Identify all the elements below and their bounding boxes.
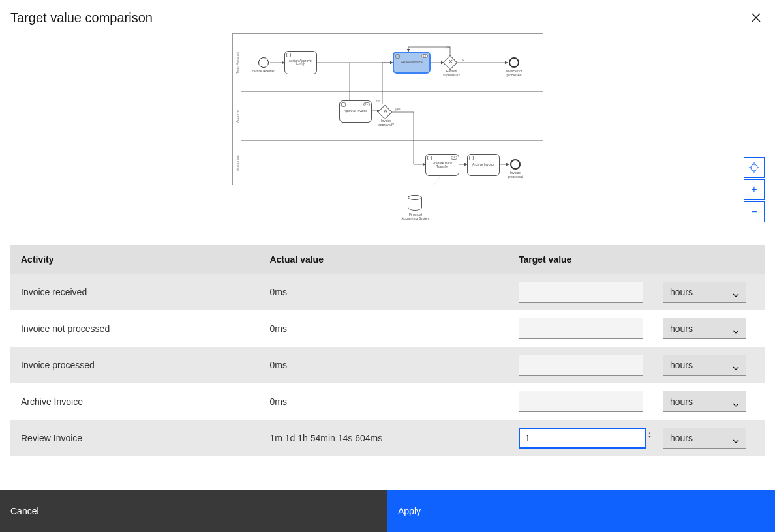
cell-actual-value: 0ms [259, 310, 508, 347]
zoom-out-button[interactable]: − [744, 201, 765, 222]
modal-header: Target value comparison [0, 0, 775, 32]
target-value-input[interactable] [519, 428, 646, 449]
gateway-invoice-approved[interactable] [378, 105, 393, 120]
edge-label-no: no [376, 99, 380, 103]
user-task-icon [427, 156, 432, 160]
target-value-input[interactable] [519, 282, 643, 303]
table-header-row: Activity Actual value Target value [10, 245, 765, 274]
apply-button[interactable]: Apply [388, 490, 775, 532]
cell-actual-value: 0ms [259, 274, 508, 310]
target-value-input[interactable] [519, 318, 643, 339]
cell-actual-value: 1m 1d 1h 54min 14s 604ms [259, 420, 508, 456]
number-stepper[interactable]: ▲▼ [648, 431, 652, 439]
lane-accountant: Accountant [232, 140, 241, 185]
task-duration-badge: 1h [363, 102, 370, 106]
start-event-label: Invoice received [251, 70, 277, 74]
start-event[interactable] [258, 57, 269, 68]
lane-approver: Approver [232, 91, 241, 140]
cell-activity: Invoice not processed [10, 310, 259, 347]
unit-select[interactable]: hours [663, 391, 746, 412]
datastore-label: Financial Accounting System [401, 213, 430, 220]
chevron-down-icon [733, 362, 739, 368]
unit-select-value: hours [670, 360, 693, 370]
end-event-processed[interactable] [510, 159, 521, 170]
col-header-actual: Actual value [259, 245, 508, 274]
table-row: Review Invoice1m 1d 1h 54min 14s 604ms▲▼… [10, 420, 765, 456]
cell-actual-value: 0ms [259, 347, 508, 383]
col-header-target: Target value [508, 245, 765, 274]
task-assign-approver[interactable]: Assign Approver Group [284, 51, 317, 74]
database-icon [408, 195, 422, 211]
edge-label-no: no [461, 57, 464, 61]
unit-select-value: hours [670, 433, 693, 443]
cell-activity: Invoice processed [10, 347, 259, 383]
close-icon [752, 13, 761, 22]
task-review-invoice[interactable]: 1h Review Invoice [393, 52, 431, 74]
gateway-approved-label: Invoice approved? [373, 119, 399, 126]
zoom-in-button[interactable]: + [744, 179, 765, 200]
task-duration-badge: 1h [421, 54, 428, 58]
cell-target-value: ▲▼hours [508, 420, 765, 456]
unit-select[interactable]: hours [663, 355, 746, 376]
table-row: Invoice received0mshours [10, 274, 765, 310]
unit-select[interactable]: hours [663, 428, 746, 449]
target-value-input[interactable] [519, 391, 643, 412]
gateway-review-successful[interactable] [443, 55, 458, 70]
target-value-table[interactable]: Activity Actual value Target value Invoi… [10, 245, 765, 456]
chevron-down-icon [733, 435, 739, 441]
zoom-controls: + − [744, 156, 765, 222]
cell-activity: Review Invoice [10, 420, 259, 456]
svg-point-0 [751, 164, 757, 171]
diagram-canvas[interactable]: Team Assistant Approver Accountant [232, 33, 543, 185]
cancel-button[interactable]: Cancel [0, 490, 388, 532]
task-prepare-bank-transfer[interactable]: 5h Prepare Bank Transfer [425, 154, 459, 176]
chevron-down-icon [733, 398, 739, 405]
edge-label-yes: yes [446, 45, 451, 49]
stepper-down-icon[interactable]: ▼ [648, 435, 652, 439]
user-task-icon [341, 102, 346, 107]
bpmn-diagram: Team Assistant Approver Accountant [0, 32, 775, 234]
edge-label-yes: yes [395, 107, 401, 111]
chevron-down-icon [733, 325, 739, 332]
lane-separator [241, 140, 543, 141]
task-archive-invoice[interactable]: Archive Invoice [467, 154, 500, 176]
user-task-icon [395, 54, 400, 59]
unit-select-value: hours [670, 396, 693, 407]
lane-team-assistant: Team Assistant [232, 34, 241, 91]
chevron-down-icon [733, 289, 739, 295]
close-button[interactable] [748, 10, 765, 27]
task-duration-badge: 5h [451, 156, 457, 160]
page-title: Target value comparison [10, 10, 153, 25]
zoom-fit-button[interactable] [744, 157, 765, 178]
cell-target-value: hours [508, 274, 765, 310]
unit-select-value: hours [670, 323, 693, 334]
cell-activity: Invoice received [10, 274, 259, 310]
user-task-icon [286, 53, 291, 57]
modal-footer: Cancel Apply [0, 490, 775, 532]
cell-target-value: hours [508, 383, 765, 420]
unit-select[interactable]: hours [663, 318, 746, 339]
col-header-activity: Activity [10, 245, 259, 274]
end-processed-label: Invoice processed [502, 171, 528, 179]
task-approve-invoice[interactable]: 1h Approve Invoice [339, 100, 372, 123]
end-not-processed-label: Invoice not processed [501, 70, 527, 77]
unit-select-value: hours [670, 287, 693, 297]
crosshair-icon [749, 162, 759, 173]
cell-activity: Archive Invoice [10, 383, 259, 420]
cell-actual-value: 0ms [259, 383, 508, 420]
cell-target-value: hours [508, 347, 765, 383]
service-task-icon [469, 156, 474, 160]
target-value-input[interactable] [519, 355, 643, 376]
table-row: Invoice not processed0mshours [10, 310, 765, 347]
table-row: Invoice processed0mshours [10, 347, 765, 383]
end-event-not-processed[interactable] [509, 57, 519, 68]
lane-separator [241, 91, 543, 92]
gateway-review-label: Review successful? [438, 70, 464, 77]
unit-select[interactable]: hours [663, 282, 746, 303]
cell-target-value: hours [508, 310, 765, 347]
table-row: Archive Invoice0mshours [10, 383, 765, 420]
